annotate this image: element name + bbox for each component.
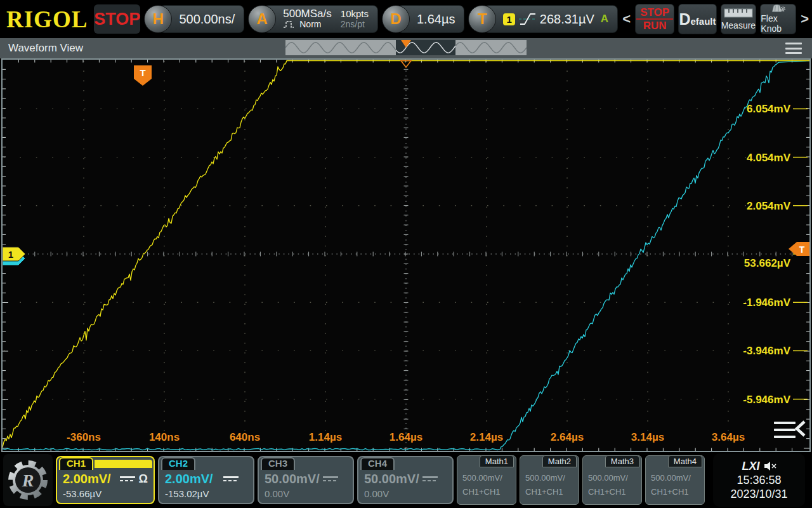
trigger-pill[interactable]: 1 268.31µV A	[483, 5, 618, 33]
ch4-coupling-icon	[422, 476, 438, 481]
time-label: 1.64µs	[390, 431, 422, 443]
trigger-sweep-mode: A	[601, 13, 608, 25]
channel-card-ch3[interactable]: CH3 50.00mV/ 0.00V	[258, 456, 354, 504]
measure-button[interactable]: Measure	[721, 4, 757, 34]
time-label: 640ns	[230, 431, 260, 443]
graticule[interactable]: 6.054mV4.054mV2.054mV53.662µV-1.946mV-3.…	[1, 58, 811, 452]
math1-tab[interactable]: Math1	[480, 455, 514, 467]
volt-label: 53.662µV	[744, 257, 791, 269]
trigger-source-badge: 1	[503, 13, 514, 25]
ch1-offset: -53.66µV	[63, 488, 148, 499]
horizontal-nav-strip[interactable]	[285, 40, 527, 55]
status-panel[interactable]: LXI 15:36:58 2023/10/31	[713, 453, 805, 507]
default-rest: efault	[690, 16, 716, 27]
system-date: 2023/10/31	[730, 488, 787, 501]
trigger-group: T 1 268.31µV A	[468, 4, 618, 34]
ch2-coupling-icon	[223, 476, 239, 481]
delay-value: 1.64µs	[417, 12, 455, 27]
time-label: 1.14µs	[309, 431, 342, 443]
acquire-pill[interactable]: 500MSa/s Norm 10kpts 2ns/pt	[263, 5, 378, 33]
ch4-offset: 0.00V	[364, 488, 447, 499]
flex-knob-button[interactable]: Flex Knob	[760, 4, 796, 34]
acquire-mode: Norm	[299, 19, 321, 30]
ch1-impedance: Ω	[139, 472, 148, 486]
ch4-tab[interactable]: CH4	[360, 457, 395, 470]
bottom-bar: R CH1 2.00mV/ Ω -53.66µV	[0, 452, 812, 508]
sample-rate: 500MSa/s	[283, 8, 332, 19]
stop-run-button[interactable]: STOP RUN	[635, 4, 674, 34]
acquire-knob[interactable]: A	[248, 5, 276, 33]
flex-knob-label: Flex Knob	[761, 13, 796, 34]
math2-card[interactable]: Math2 500.00mV/ CH1+CH1	[520, 455, 579, 505]
volt-label: -1.946mV	[743, 297, 790, 309]
waveform-view-title: Waveform View	[8, 42, 83, 55]
stop-label: STOP	[636, 6, 673, 20]
ch3-coupling-icon	[323, 476, 338, 481]
rigol-logo: RIGOL	[3, 6, 90, 33]
top-bar: RIGOL STOP H 500.00ns/ A 500MSa/s Norm	[0, 0, 812, 38]
acquire-group: A 500MSa/s Norm 10kpts 2ns/pt	[248, 4, 378, 34]
time-label: 140ns	[149, 431, 180, 443]
volt-label: 2.054mV	[747, 200, 791, 212]
ch4-scale: 50.00mV/	[364, 472, 419, 486]
svg-text:R: R	[22, 471, 34, 490]
time-label: 2.64µs	[551, 431, 584, 443]
ch1-tab[interactable]: CH1	[59, 457, 93, 470]
channel-card-ch2[interactable]: CH2 2.00mV/ -153.02µV	[158, 456, 254, 504]
delay-knob[interactable]: D	[382, 5, 410, 33]
ch3-scale: 50.00mV/	[265, 472, 320, 486]
trigger-flag-label: T	[140, 67, 145, 78]
speaker-muted-icon	[764, 461, 776, 471]
math1-expression: CH1+CH1	[462, 485, 516, 499]
math4-card[interactable]: Math4 500.00mV/ CH1+CH1	[645, 455, 705, 505]
graticule-menu-icon	[774, 422, 796, 424]
ch2-offset: -153.02µV	[165, 488, 247, 499]
measure-label: Measure	[721, 20, 756, 30]
ch3-offset: 0.00V	[265, 488, 347, 499]
math3-card[interactable]: Math3 500.00mV/ CH1+CH1	[582, 455, 642, 505]
pulse-icon	[283, 20, 297, 29]
volt-label: 4.054mV	[747, 152, 791, 164]
horizontal-group: H 500.00ns/	[144, 4, 244, 34]
rising-edge-icon	[519, 11, 536, 27]
ch3-tab[interactable]: CH3	[261, 457, 295, 470]
trigger-level-value: 268.31µV	[540, 12, 594, 27]
memory-depth: 10kpts	[341, 8, 369, 19]
time-label: 3.64µs	[712, 431, 745, 443]
ch2-tab[interactable]: CH2	[161, 457, 195, 470]
math4-expression: CH1+CH1	[651, 485, 704, 499]
default-button[interactable]: Default	[678, 4, 716, 34]
sample-interval: 2ns/pt	[341, 19, 369, 30]
channel-card-ch1[interactable]: CH1 2.00mV/ Ω -53.66µV	[56, 456, 155, 504]
math1-card[interactable]: Math1 500.00mV/ CH1+CH1	[457, 455, 516, 505]
math2-expression: CH1+CH1	[525, 485, 579, 499]
menu-icon[interactable]	[785, 43, 802, 54]
waveform-view-bar: Waveform View	[0, 38, 812, 58]
horizontal-scale-pill[interactable]: 500.00ns/	[159, 5, 244, 33]
channel-card-ch4[interactable]: CH4 50.00mV/ 0.00V	[357, 456, 454, 504]
time-label: 3.14µs	[631, 431, 664, 443]
math3-expression: CH1+CH1	[588, 485, 641, 499]
graticule-menu-icon	[774, 429, 796, 431]
volt-label: 6.054mV	[747, 103, 791, 115]
flex-knob-icon	[764, 4, 792, 12]
ch1-marker-label: 1	[8, 249, 13, 260]
collapse-chevron[interactable]: <	[622, 11, 631, 27]
expand-chevron[interactable]: >	[800, 11, 809, 27]
math3-scale: 500.00mV/	[588, 471, 641, 485]
volt-label: -5.946mV	[743, 394, 790, 406]
rigol-gear-logo[interactable]: R	[3, 454, 53, 506]
acquisition-status-button[interactable]: STOP	[94, 4, 140, 34]
graticule-menu-icon	[774, 436, 796, 438]
math4-tab[interactable]: Math4	[668, 455, 702, 467]
ch1-coupling-icon	[120, 476, 135, 481]
time-label: -360ns	[67, 431, 101, 443]
math3-tab[interactable]: Math3	[605, 455, 639, 467]
math2-scale: 500.00mV/	[525, 471, 579, 485]
trigger-level-label: T	[799, 244, 805, 255]
math4-scale: 500.00mV/	[651, 471, 704, 485]
ch1-scale: 2.00mV/	[63, 472, 111, 486]
math2-tab[interactable]: Math2	[542, 455, 577, 467]
graticule-menu-chevron	[797, 422, 804, 436]
system-time: 15:36:58	[737, 474, 781, 487]
